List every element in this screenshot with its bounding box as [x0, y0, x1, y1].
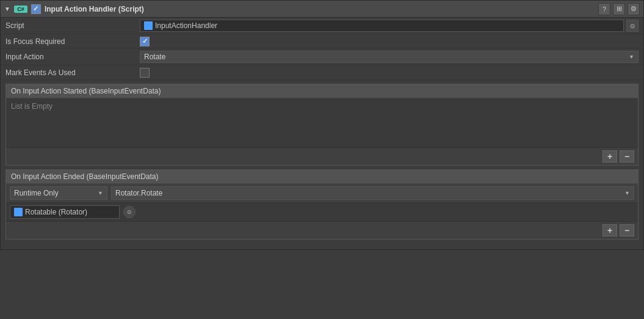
focus-checkmark-icon: ✓	[142, 37, 148, 45]
event-started-remove-button[interactable]: −	[620, 150, 634, 163]
script-goto-button[interactable]: ⊙	[626, 20, 639, 32]
input-action-dropdown[interactable]: Rotate ▼	[140, 51, 639, 63]
focus-required-label: Is Focus Required	[5, 37, 140, 46]
mark-events-row: Mark Events As Used	[1, 65, 643, 80]
input-action-row: Input Action Rotate ▼	[1, 49, 643, 65]
help-button[interactable]: ?	[598, 3, 610, 15]
event-started-section: On Input Action Started (BaseInputEventD…	[5, 84, 639, 166]
focus-required-value: ✓	[140, 37, 639, 46]
script-name: InputActionHandler	[155, 21, 217, 30]
mark-events-value	[140, 68, 639, 78]
script-label: Script	[5, 21, 140, 30]
event-ended-add-button[interactable]: +	[602, 224, 617, 237]
event-ended-section: On Input Action Ended (BaseInputEventDat…	[5, 169, 639, 240]
event-ended-footer: + −	[6, 221, 638, 239]
event-started-body: List is Empty	[6, 98, 638, 147]
input-action-value: Rotate ▼	[140, 51, 639, 63]
input-action-label: Input Action	[5, 53, 140, 61]
input-action-text: Rotate	[144, 53, 165, 61]
object-goto-button[interactable]: ⊙	[123, 206, 136, 218]
script-icon	[144, 21, 153, 30]
list-empty-text: List is Empty	[11, 100, 52, 113]
component-panel: ▼ C# ✓ Input Action Handler (Script) ? ⊞…	[0, 0, 644, 250]
bottom-padding	[1, 243, 643, 249]
object-row: Rotatable (Rotator) ⊙	[6, 203, 638, 221]
function-dropdown[interactable]: Rotator.Rotate ▼	[111, 186, 634, 200]
mark-events-label: Mark Events As Used	[5, 68, 140, 77]
function-text: Rotator.Rotate	[115, 189, 162, 197]
focus-required-checkbox[interactable]: ✓	[140, 37, 150, 46]
input-action-arrow: ▼	[629, 54, 634, 60]
object-name: Rotatable (Rotator)	[25, 208, 87, 216]
runtime-arrow: ▼	[98, 190, 103, 196]
event-started-add-button[interactable]: +	[602, 150, 617, 163]
header-icons: ? ⊞ ⚙	[598, 3, 640, 15]
focus-required-row: Is Focus Required ✓	[1, 34, 643, 49]
settings-button[interactable]: ⚙	[628, 3, 640, 15]
script-value-container: InputActionHandler ⊙	[140, 20, 639, 32]
runtime-dropdown[interactable]: Runtime Only ▼	[10, 186, 107, 200]
checkmark-icon: ✓	[33, 5, 38, 13]
event-ended-header: On Input Action Ended (BaseInputEventDat…	[6, 170, 638, 184]
panel-title: Input Action Handler (Script)	[45, 5, 595, 13]
panel-header: ▼ C# ✓ Input Action Handler (Script) ? ⊞…	[1, 1, 643, 18]
event-ended-remove-button[interactable]: −	[620, 224, 634, 237]
script-field[interactable]: InputActionHandler	[140, 20, 624, 32]
event-entry-row: Runtime Only ▼ Rotator.Rotate ▼	[6, 184, 638, 203]
object-field[interactable]: Rotatable (Rotator)	[10, 205, 120, 219]
collapse-chevron[interactable]: ▼	[4, 6, 10, 12]
mark-events-checkbox[interactable]	[140, 68, 150, 78]
script-row: Script InputActionHandler ⊙	[1, 18, 643, 34]
runtime-text: Runtime Only	[14, 189, 59, 197]
function-arrow: ▼	[624, 190, 630, 196]
object-icon	[14, 208, 23, 216]
event-started-header: On Input Action Started (BaseInputEventD…	[6, 84, 638, 98]
cs-badge: C#	[14, 6, 27, 13]
event-started-footer: + −	[6, 147, 638, 165]
enabled-checkbox[interactable]: ✓	[31, 4, 41, 14]
layout-button[interactable]: ⊞	[613, 3, 625, 15]
